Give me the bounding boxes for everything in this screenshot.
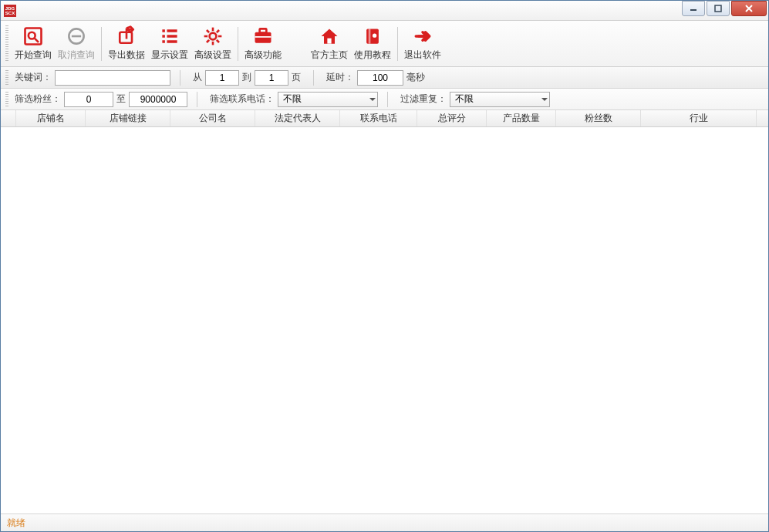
data-grid: 店铺名店铺链接公司名法定代表人联系电话总评分产品数量粉丝数行业 [1,110,768,514]
filter-row-2: 筛选粉丝： 至 筛选联系电话： 不限 过滤重复： 不限 [1,89,768,110]
separator [387,92,388,107]
window-controls [682,1,768,16]
filter-grip [5,70,8,86]
grid-body[interactable] [1,127,768,513]
svg-rect-30 [369,29,371,43]
keyword-input[interactable] [55,70,170,86]
column-header[interactable]: 公司名 [170,110,255,126]
toolbar-button-label: 取消查询 [58,49,95,62]
fans-from-input[interactable] [64,92,113,107]
svg-rect-29 [366,29,379,43]
combo-value: 不限 [455,93,474,106]
svg-line-4 [35,39,39,42]
home-icon [319,25,340,47]
svg-rect-11 [167,35,177,38]
separator [180,70,180,86]
export-icon [116,25,137,47]
book-icon [362,25,383,47]
phone-filter-combo[interactable]: 不限 [278,92,378,107]
advanced-settings-button[interactable]: 高级设置 [191,23,234,65]
column-header[interactable]: 法定代表人 [255,110,340,126]
svg-point-3 [29,32,35,39]
logout-icon [412,25,433,47]
maximize-button[interactable] [707,1,730,16]
delay-label: 延时： [326,71,354,84]
toolbar-button-label: 使用教程 [354,49,391,62]
gear-icon [202,25,224,47]
cancel-circle-icon [66,25,87,47]
toolbar-button-label: 高级设置 [194,49,231,62]
status-text: 就绪 [7,517,25,530]
combo-value: 不限 [283,93,302,106]
briefcase-icon [252,25,274,47]
dedup-combo[interactable]: 不限 [450,92,550,107]
filter-row-1: 关键词： 从 到 页 延时： 毫秒 [1,67,768,89]
toolbar-separator [397,27,398,61]
fans-label: 筛选粉丝： [15,93,61,106]
export-data-button[interactable]: 导出数据 [105,23,148,65]
titlebar: JDG SCX [1,1,768,21]
column-header[interactable]: 联系电话 [340,110,417,126]
svg-rect-12 [162,40,165,43]
delay-unit-label: 毫秒 [406,71,425,84]
dedup-label: 过滤重复： [400,93,447,106]
svg-rect-10 [162,35,165,38]
keyword-label: 关键词： [15,71,52,84]
list-icon [159,25,180,47]
toolbar-separator [101,27,102,61]
app-icon: JDG SCX [4,5,16,17]
toolbar-button-label: 高级功能 [245,49,282,62]
toolbar-grip [5,25,8,62]
separator [313,70,314,86]
fans-to-label: 至 [116,93,126,106]
advanced-func-button[interactable]: 高级功能 [241,23,285,65]
column-header[interactable]: 店铺名 [16,110,86,126]
column-header[interactable]: 行业 [641,110,757,126]
main-toolbar: 开始查询取消查询导出数据显示设置高级设置高级功能官方主页使用教程退出软件 [1,21,768,67]
svg-rect-1 [715,5,721,12]
toolbar-separator [238,27,238,61]
column-header[interactable]: 粉丝数 [556,110,641,126]
display-settings-button[interactable]: 显示设置 [148,23,191,65]
toolbar-button-label: 退出软件 [404,49,441,62]
minimize-button[interactable] [682,1,705,16]
start-query-button[interactable]: 开始查询 [12,23,55,65]
from-label: 从 [193,71,202,84]
official-home-button[interactable]: 官方主页 [308,23,351,65]
close-button[interactable] [731,1,767,16]
delay-input[interactable] [357,70,403,86]
toolbar-button-label: 开始查询 [15,49,52,62]
svg-rect-26 [260,29,267,32]
search-doc-icon [22,25,44,47]
status-bar: 就绪 [1,514,768,531]
tutorial-button[interactable]: 使用教程 [351,23,394,65]
filter-grip [5,92,8,107]
grid-header: 店铺名店铺链接公司名法定代表人联系电话总评分产品数量粉丝数行业 [1,110,768,127]
svg-rect-13 [167,40,177,43]
svg-rect-28 [327,39,331,44]
exit-button[interactable]: 退出软件 [401,23,444,65]
svg-point-31 [373,34,376,38]
row-selector-header[interactable] [1,110,16,126]
to-label: 到 [242,71,251,84]
svg-rect-8 [162,29,165,32]
chevron-down-icon [541,98,548,101]
phone-filter-label: 筛选联系电话： [210,93,275,106]
toolbar-button-label: 显示设置 [151,49,188,62]
fans-to-input[interactable] [129,92,187,107]
column-header[interactable]: 产品数量 [487,110,556,126]
svg-rect-9 [167,29,177,32]
toolbar-button-label: 官方主页 [311,49,348,62]
page-to-input[interactable] [255,70,288,86]
page-label: 页 [292,71,301,84]
page-from-input[interactable] [205,70,239,86]
chevron-down-icon [369,98,376,101]
toolbar-button-label: 导出数据 [108,49,145,62]
separator [197,92,197,107]
column-header[interactable]: 店铺链接 [86,110,170,126]
cancel-query-button: 取消查询 [55,23,98,65]
column-header[interactable]: 总评分 [417,110,487,126]
